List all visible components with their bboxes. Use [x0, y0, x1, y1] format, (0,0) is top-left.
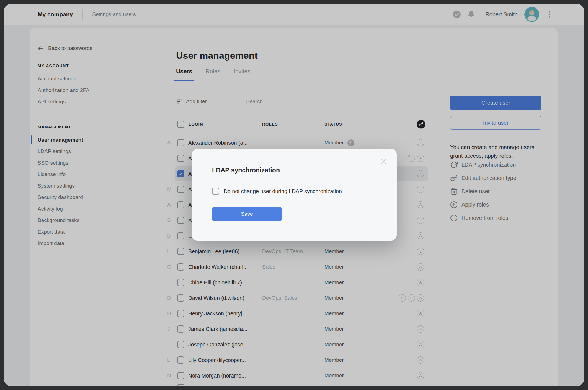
close-icon[interactable]: [380, 157, 388, 165]
modal-title: LDAP synchronization: [212, 167, 280, 174]
app-window: My company Settings and users Robert Smi…: [4, 4, 584, 386]
save-button[interactable]: Save: [212, 207, 282, 221]
modal-checkbox-label: Do not change user during LDAP synchroni…: [224, 188, 342, 195]
ldap-sync-modal: LDAP synchronization Do not change user …: [192, 149, 397, 241]
modal-checkbox[interactable]: [212, 188, 219, 195]
